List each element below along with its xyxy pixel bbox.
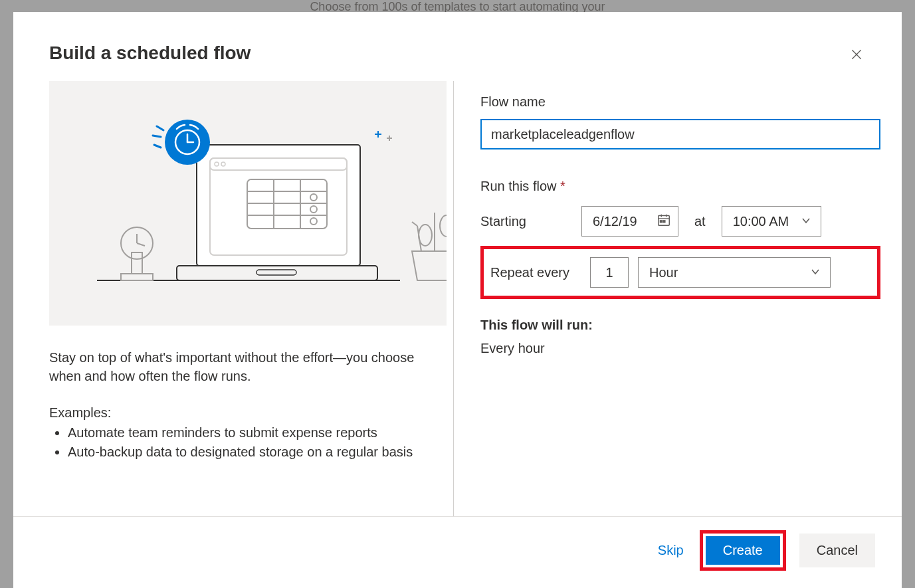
skip-button[interactable]: Skip — [655, 538, 686, 563]
svg-line-24 — [153, 136, 161, 137]
chevron-down-icon — [801, 214, 811, 229]
svg-line-25 — [157, 126, 163, 130]
svg-rect-4 — [256, 270, 296, 275]
scheduled-flow-modal: Build a scheduled flow — [13, 12, 902, 588]
svg-point-35 — [419, 225, 432, 246]
at-label: at — [694, 214, 706, 229]
calendar-icon — [657, 213, 671, 231]
svg-rect-44 — [661, 220, 662, 222]
svg-line-34 — [137, 243, 145, 246]
modal-body: Stay on top of what's important without … — [13, 65, 902, 516]
right-panel: Flow name Run this flow * Starting 6/12/… — [453, 81, 880, 516]
flow-name-label: Flow name — [480, 94, 880, 110]
time-value: 10:00 AM — [733, 214, 789, 229]
example-item: Automate team reminders to submit expens… — [68, 423, 427, 442]
run-summary-label: This flow will run: — [480, 318, 880, 333]
starting-label: Starting — [480, 214, 581, 229]
svg-line-23 — [154, 145, 161, 147]
starting-row: Starting 6/12/19 at 10 — [480, 206, 880, 237]
examples-label: Examples: — [49, 405, 427, 421]
svg-line-39 — [412, 222, 417, 226]
repeat-unit-select[interactable]: Hour — [638, 257, 831, 288]
examples-list: Automate team reminders to submit expens… — [49, 423, 427, 462]
run-flow-label: Run this flow * — [480, 179, 880, 194]
schedule-illustration — [49, 81, 447, 326]
repeat-label: Repeat every — [490, 265, 590, 280]
example-item: Auto-backup data to designated storage o… — [68, 442, 427, 462]
modal-footer: Skip Create Cancel — [13, 516, 902, 588]
left-panel: Stay on top of what's important without … — [49, 81, 453, 516]
run-summary-value: Every hour — [480, 341, 880, 356]
create-button[interactable]: Create — [706, 536, 780, 565]
close-button[interactable] — [847, 47, 866, 65]
start-time-select[interactable]: 10:00 AM — [722, 206, 821, 237]
chevron-down-icon — [810, 265, 821, 280]
svg-rect-45 — [663, 220, 665, 222]
modal-header: Build a scheduled flow — [13, 12, 902, 65]
start-date-picker[interactable]: 6/12/19 — [581, 206, 678, 237]
date-value: 6/12/19 — [593, 214, 637, 229]
repeat-row-highlight: Repeat every Hour — [480, 246, 880, 299]
cancel-button[interactable]: Cancel — [799, 534, 875, 567]
flow-name-input[interactable] — [480, 119, 880, 149]
svg-rect-3 — [177, 266, 377, 280]
modal-title: Build a scheduled flow — [49, 43, 251, 64]
svg-rect-30 — [121, 274, 153, 280]
svg-point-36 — [440, 215, 447, 237]
repeat-unit-value: Hour — [649, 265, 678, 280]
repeat-quantity-input[interactable] — [590, 257, 629, 288]
close-icon — [850, 48, 863, 64]
svg-rect-31 — [132, 252, 142, 274]
create-button-highlight: Create — [700, 530, 786, 571]
description-text: Stay on top of what's important without … — [49, 348, 427, 385]
